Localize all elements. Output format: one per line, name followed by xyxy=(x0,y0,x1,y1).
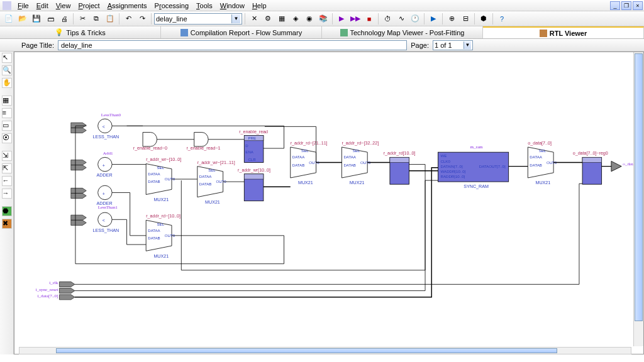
tab-rtl-viewer[interactable]: RTL Viewer xyxy=(483,26,644,38)
rtl-canvas[interactable]: LessThan0 < LESS_THAN Add1 + ADDER + ADD… xyxy=(14,52,644,354)
collapse-icon[interactable]: ⇱ xyxy=(2,163,12,173)
svg-text:MUX21: MUX21 xyxy=(205,200,220,205)
menu-processing[interactable]: Processing xyxy=(151,1,192,10)
tool1-icon[interactable]: ⊕ xyxy=(445,13,458,25)
menu-project[interactable]: Project xyxy=(74,1,103,10)
map-icon xyxy=(340,29,348,36)
hierarchy-value: delay_line xyxy=(156,15,187,23)
svg-text:i_data[7..0]: i_data[7..0] xyxy=(38,293,58,299)
minimize-button[interactable]: _ xyxy=(610,1,620,10)
page-selector[interactable]: 1 of 1▼ xyxy=(433,40,473,50)
svg-text:DATAB: DATAB xyxy=(292,163,304,167)
report-icon xyxy=(180,29,188,36)
svg-text:SEL: SEL xyxy=(208,168,216,172)
wave-icon[interactable]: ∿ xyxy=(395,13,408,25)
help-icon[interactable]: ? xyxy=(496,13,508,25)
grid-icon[interactable]: ▦ xyxy=(2,96,12,106)
saveall-icon[interactable]: 🗃 xyxy=(44,13,57,25)
hand-tool-icon[interactable]: ✋ xyxy=(2,78,12,88)
close-button[interactable]: × xyxy=(633,1,643,10)
svg-text:SYNC_RAM: SYNC_RAM xyxy=(464,184,489,189)
stop-icon[interactable]: ■ xyxy=(363,13,375,25)
paste-icon[interactable]: 📋 xyxy=(104,13,116,25)
page-title-label: Page Title: xyxy=(21,41,54,49)
menu-edit[interactable]: Edit xyxy=(33,1,52,10)
clock-icon[interactable]: 🕐 xyxy=(409,13,421,25)
svg-text:SEL: SEL xyxy=(157,165,165,170)
clear-icon[interactable]: ✖ xyxy=(2,219,12,229)
svg-text:r_enable_read~1: r_enable_read~1 xyxy=(186,146,220,151)
compile-icon[interactable]: ▶ xyxy=(335,13,348,25)
svg-text:DATAA: DATAA xyxy=(199,174,212,178)
svg-text:DATAB: DATAB xyxy=(148,179,160,184)
menu-tools[interactable]: Tools xyxy=(192,1,216,10)
settings-icon[interactable]: ✕ xyxy=(248,13,260,25)
chip-icon[interactable]: ▦ xyxy=(275,13,288,25)
svg-text:LESS_THAN: LESS_THAN xyxy=(92,228,119,233)
find-icon[interactable]: ⦿ xyxy=(2,133,12,143)
pointer-tool-icon[interactable]: ↖ xyxy=(2,53,12,63)
svg-text:CLK0: CLK0 xyxy=(441,159,451,163)
filter-icon[interactable]: ⬣ xyxy=(2,206,12,216)
svg-text:+: + xyxy=(103,163,105,168)
svg-text:DATAB: DATAB xyxy=(148,236,160,240)
rtl-diagram: LessThan0 < LESS_THAN Add1 + ADDER + ADD… xyxy=(14,52,643,354)
menu-window[interactable]: Window xyxy=(216,1,248,10)
analyze-icon[interactable]: ▶▶ xyxy=(349,13,362,25)
menu-file[interactable]: File xyxy=(14,1,33,10)
menu-view[interactable]: View xyxy=(52,1,75,10)
page-title-bar: Page Title: delay_line Page: 1 of 1▼ xyxy=(0,39,644,52)
undo-icon[interactable]: ↶ xyxy=(122,13,135,25)
svg-text:MUX21: MUX21 xyxy=(298,180,313,185)
svg-text:ENA: ENA xyxy=(245,150,253,154)
pin-icon[interactable]: ◈ xyxy=(289,13,302,25)
book-icon[interactable]: 📚 xyxy=(317,13,330,25)
main-toolbar: 📄 📂 💾 🗃 🖨 ✂ ⧉ 📋 ↶ ↷ delay_line ▼ ✕ ⚙ ▦ ◈… xyxy=(0,11,644,26)
page-title-field[interactable]: delay_line xyxy=(58,40,407,50)
new-icon[interactable]: 📄 xyxy=(3,13,15,25)
tab-compilation-report[interactable]: Compilation Report - Flow Summary xyxy=(161,26,322,38)
play-icon[interactable]: ▶ xyxy=(427,13,440,25)
tab-tips[interactable]: 💡 Tips & Tricks xyxy=(0,26,161,38)
tool2-icon[interactable]: ⊟ xyxy=(459,13,472,25)
save-icon[interactable]: 💾 xyxy=(30,13,43,25)
svg-text:CLR: CLR xyxy=(248,157,256,162)
svg-text:DATAA: DATAA xyxy=(530,155,542,159)
tab-techmap[interactable]: Technology Map Viewer - Post-Fitting xyxy=(322,26,483,38)
hierarchy-combo[interactable]: delay_line ▼ xyxy=(154,13,242,25)
block-icon[interactable]: ▭ xyxy=(2,121,12,131)
document-tabs: 💡 Tips & Tricks Compilation Report - Flo… xyxy=(0,26,644,39)
vertical-scrollbar[interactable] xyxy=(633,52,643,346)
expand-icon[interactable]: ⇲ xyxy=(2,151,12,161)
print-icon[interactable]: 🖨 xyxy=(58,13,70,25)
open-icon[interactable]: 📂 xyxy=(16,13,29,25)
svg-text:OUT0: OUT0 xyxy=(165,177,175,181)
restore-button[interactable]: ❐ xyxy=(621,1,631,10)
svg-text:WE: WE xyxy=(441,153,447,158)
svg-text:+: + xyxy=(103,192,105,197)
redo-icon[interactable]: ↷ xyxy=(136,13,148,25)
svg-text:r_enable_read: r_enable_read xyxy=(239,129,268,134)
cut-icon[interactable]: ✂ xyxy=(76,13,89,25)
zoom-tool-icon[interactable]: 🔍 xyxy=(2,65,12,75)
sim-icon[interactable]: ⏱ xyxy=(381,13,394,25)
svg-text:<: < xyxy=(103,218,105,223)
layer-icon[interactable]: ≡ xyxy=(2,108,12,118)
svg-text:LessThan1: LessThan1 xyxy=(98,205,118,210)
assign-icon[interactable]: ⚙ xyxy=(262,13,274,25)
menu-assignments[interactable]: Assignments xyxy=(104,1,151,10)
svg-text:r_addr_rd~[10..0]: r_addr_rd~[10..0] xyxy=(146,214,180,219)
svg-text:SEL: SEL xyxy=(539,148,547,153)
copy-icon[interactable]: ⧉ xyxy=(90,13,103,25)
config-icon[interactable]: ⬢ xyxy=(477,13,490,25)
svg-text:MUX21: MUX21 xyxy=(536,180,551,185)
fwd-icon[interactable]: → xyxy=(2,189,12,199)
svg-text:WADDR[10..0]: WADDR[10..0] xyxy=(441,169,466,173)
back-icon[interactable]: ← xyxy=(2,176,12,186)
bulb-icon: 💡 xyxy=(55,28,64,36)
svg-text:Add1: Add1 xyxy=(103,151,113,156)
menu-help[interactable]: Help xyxy=(248,1,270,10)
horizontal-scrollbar[interactable] xyxy=(19,347,631,354)
svg-text:DATAB: DATAB xyxy=(199,182,211,186)
timing-icon[interactable]: ◉ xyxy=(303,13,316,25)
